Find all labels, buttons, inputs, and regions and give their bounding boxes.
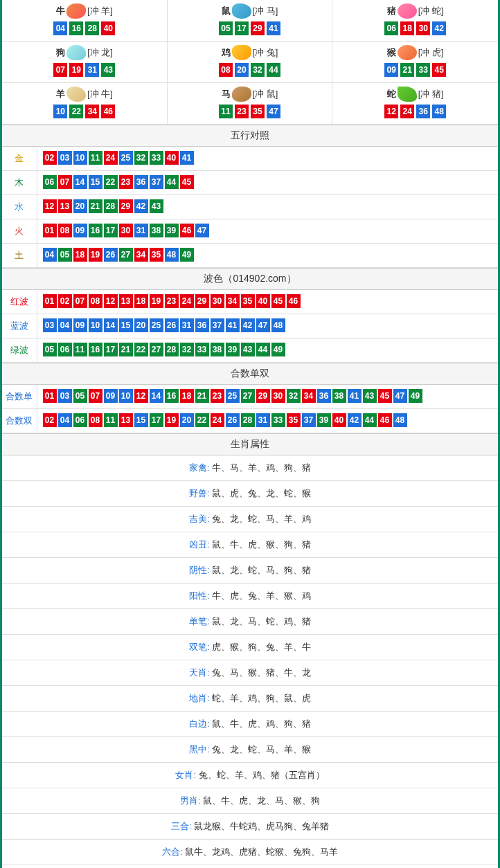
zodiac-numbers: 05172941 <box>168 21 332 35</box>
number-badge: 45 <box>378 389 392 403</box>
row-label: 合数单 <box>2 385 37 409</box>
number-badge: 14 <box>104 318 118 332</box>
number-badge: 27 <box>119 248 133 262</box>
number-badge: 08 <box>89 413 102 427</box>
row-numbers: 04051819262734354849 <box>37 244 498 268</box>
number-badge: 02 <box>58 294 72 308</box>
number-badge: 39 <box>317 413 331 427</box>
zodiac-cell: 狗[冲 龙]07193143 <box>2 42 168 83</box>
number-badge: 06 <box>384 21 398 35</box>
section-header-wuxing: 五行对照 <box>2 125 498 147</box>
attr-label: 单笔: <box>189 616 210 626</box>
row-numbers: 1213202128294243 <box>37 195 498 219</box>
zodiac-icon <box>66 45 86 60</box>
attr-row: 家禽: 牛、马、羊、鸡、狗、猪 <box>2 455 498 481</box>
number-badge: 43 <box>363 389 377 403</box>
attr-label: 野兽: <box>189 488 210 498</box>
number-badge: 18 <box>134 294 148 308</box>
number-badge: 49 <box>271 343 285 356</box>
table-row: 合数单0103050709101214161821232527293032343… <box>2 385 498 409</box>
row-label: 绿波 <box>2 338 37 363</box>
number-badge: 30 <box>211 294 224 308</box>
number-badge: 10 <box>89 318 102 332</box>
number-badge: 12 <box>134 389 148 403</box>
number-badge: 06 <box>73 413 87 427</box>
heshu-table: 合数单0103050709101214161821232527293032343… <box>2 385 498 433</box>
number-badge: 49 <box>409 389 422 403</box>
number-badge: 44 <box>165 175 179 189</box>
number-badge: 10 <box>73 151 87 165</box>
zodiac-icon <box>398 3 417 19</box>
number-badge: 48 <box>432 105 446 118</box>
zodiac-clash: [冲 猪] <box>418 88 444 100</box>
zodiac-clash: [冲 龙] <box>87 46 113 59</box>
number-badge: 29 <box>119 199 133 213</box>
number-badge: 23 <box>119 175 133 189</box>
number-badge: 39 <box>165 224 179 237</box>
number-badge: 47 <box>393 389 407 403</box>
number-badge: 21 <box>400 63 414 77</box>
number-badge: 44 <box>363 413 377 427</box>
section-header-heshu: 合数单双 <box>2 363 498 385</box>
number-badge: 04 <box>58 318 72 332</box>
attr-row: 双笔: 虎、猴、狗、兔、羊、牛 <box>2 635 498 660</box>
attr-label: 男肖: <box>180 795 201 806</box>
attr-label: 女肖: <box>175 770 196 780</box>
zodiac-numbers: 12243648 <box>332 105 498 118</box>
row-numbers: 0102070812131819232429303435404546 <box>37 290 498 314</box>
number-badge: 32 <box>134 151 148 165</box>
number-badge: 07 <box>89 389 102 403</box>
number-badge: 32 <box>287 389 301 403</box>
attr-row: 地肖: 蛇、羊、鸡、狗、鼠、虎 <box>2 686 498 712</box>
number-badge: 34 <box>134 248 148 262</box>
number-badge: 45 <box>180 175 194 189</box>
number-badge: 15 <box>134 413 148 427</box>
number-badge: 24 <box>104 151 118 165</box>
number-badge: 31 <box>134 224 148 237</box>
number-badge: 36 <box>134 175 148 189</box>
zodiac-icon <box>66 3 86 19</box>
attr-row-multi: 琴:兔蛇鸡棋:鼠牛狗书:虎龙马画:羊猴猪 <box>2 865 498 868</box>
number-badge: 19 <box>89 248 102 262</box>
number-badge: 35 <box>150 248 163 262</box>
zodiac-cell: 羊[冲 牛]10223446 <box>2 83 168 125</box>
attr-value: 兔、龙、蛇、马、羊、猴 <box>210 744 312 754</box>
number-badge: 46 <box>287 294 301 308</box>
number-badge: 43 <box>241 343 255 356</box>
number-badge: 02 <box>43 151 57 165</box>
number-badge: 18 <box>73 248 87 262</box>
number-badge: 10 <box>53 105 67 118</box>
section-header-bose: 波色（014902.com） <box>2 268 498 290</box>
attr-value: 鼠、龙、马、蛇、鸡、猪 <box>210 616 312 626</box>
number-badge: 30 <box>416 21 430 35</box>
table-row: 木06071415222336374445 <box>2 171 498 195</box>
number-badge: 35 <box>287 413 301 427</box>
number-badge: 14 <box>150 389 163 403</box>
number-badge: 16 <box>69 21 83 35</box>
attr-value: 兔、蛇、羊、鸡、猪（五宫肖） <box>196 770 325 780</box>
page-container: 牛[冲 羊]04162840鼠[冲 马]05172941猪[冲 蛇]061830… <box>0 0 500 868</box>
number-badge: 17 <box>235 21 249 35</box>
attr-value: 兔、龙、蛇、马、羊、鸡 <box>210 514 312 524</box>
attr-row: 女肖: 兔、蛇、羊、鸡、猪（五宫肖） <box>2 763 498 788</box>
number-badge: 23 <box>235 105 249 118</box>
number-badge: 38 <box>332 389 346 403</box>
number-badge: 30 <box>119 224 133 237</box>
attr-label: 吉美: <box>189 514 210 524</box>
number-badge: 15 <box>119 318 133 332</box>
zodiac-icon <box>398 45 417 60</box>
attr-row: 三合: 鼠龙猴、牛蛇鸡、虎马狗、兔羊猪 <box>2 814 498 840</box>
number-badge: 17 <box>104 224 118 237</box>
number-badge: 34 <box>302 389 316 403</box>
number-badge: 08 <box>58 224 72 237</box>
number-badge: 23 <box>211 389 224 403</box>
attr-value: 鼠、虎、兔、龙、蛇、猴 <box>210 488 312 498</box>
number-badge: 01 <box>43 389 57 403</box>
zodiac-name: 牛 <box>56 5 65 17</box>
number-badge: 15 <box>89 175 102 189</box>
attr-value: 虎、猴、狗、兔、羊、牛 <box>210 642 312 652</box>
number-badge: 24 <box>180 294 194 308</box>
number-badge: 37 <box>211 318 224 332</box>
number-badge: 31 <box>180 318 194 332</box>
zodiac-clash: [冲 羊] <box>87 5 113 17</box>
